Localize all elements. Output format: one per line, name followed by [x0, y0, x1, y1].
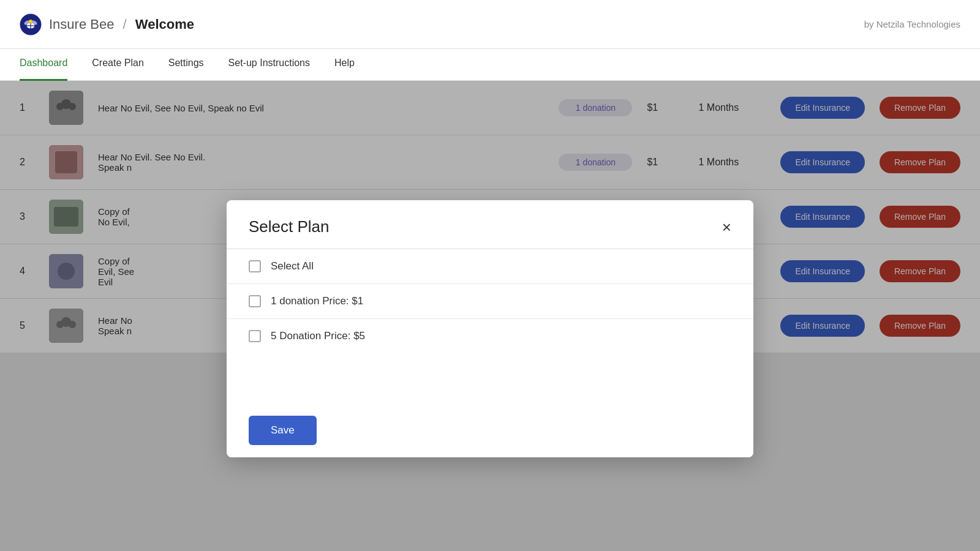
tab-create-plan[interactable]: Create Plan [92, 49, 144, 81]
plan-option-2: 5 Donation Price: $5 [227, 319, 753, 353]
save-button[interactable]: Save [249, 416, 317, 445]
header-title: Insure Bee / Welcome [49, 17, 194, 32]
select-all-label: Select All [271, 260, 314, 272]
tab-help[interactable]: Help [334, 49, 355, 81]
header-byline: by Netzila Technologies [864, 19, 960, 29]
modal-title: Select Plan [249, 217, 330, 236]
page-name: Welcome [135, 17, 194, 32]
plan-option-1: 1 donation Price: $1 [227, 284, 753, 319]
bee-logo-icon [20, 13, 42, 36]
svg-point-7 [29, 20, 32, 23]
modal-header: Select Plan × [227, 200, 753, 249]
header-left: Insure Bee / Welcome [20, 13, 194, 36]
breadcrumb-separator: / [123, 17, 127, 32]
brand-name: Insure Bee [49, 17, 114, 32]
tab-settings[interactable]: Settings [168, 49, 204, 81]
tab-setup-instructions[interactable]: Set-up Instructions [228, 49, 310, 81]
modal-body: Select All 1 donation Price: $1 5 Donati… [227, 249, 753, 403]
plan-option-1-checkbox[interactable] [249, 295, 261, 307]
nav-tabs: Dashboard Create Plan Settings Set-up In… [0, 49, 980, 81]
modal-close-button[interactable]: × [722, 219, 731, 235]
header: Insure Bee / Welcome by Netzila Technolo… [0, 0, 980, 49]
select-plan-modal: Select Plan × Select All 1 donation Pric… [227, 200, 753, 457]
plan-option-1-label: 1 donation Price: $1 [271, 295, 363, 307]
tab-dashboard[interactable]: Dashboard [20, 49, 67, 81]
main-content: 1 Hear No Evil, See No Evil, Speak no Ev… [0, 81, 980, 551]
plan-option-2-label: 5 Donation Price: $5 [271, 330, 365, 342]
plan-option-2-checkbox[interactable] [249, 330, 261, 342]
select-all-checkbox[interactable] [249, 260, 261, 272]
select-all-item: Select All [227, 249, 753, 284]
modal-footer: Save [227, 403, 753, 457]
modal-scroll-area[interactable]: Select All 1 donation Price: $1 5 Donati… [227, 249, 753, 403]
